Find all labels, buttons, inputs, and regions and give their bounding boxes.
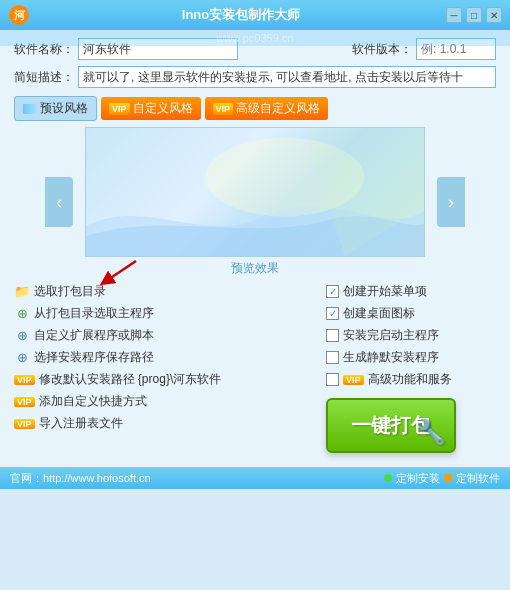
tab-custom-label: 自定义风格: [133, 100, 193, 117]
window-controls: ─ □ ✕: [446, 7, 502, 23]
style-tabs: 预设风格 VIP 自定义风格 VIP 高级自定义风格: [14, 96, 496, 121]
app-title: Inno安装包制作大师: [36, 6, 446, 24]
checkbox-launch-label: 安装完启动主程序: [343, 327, 439, 344]
svg-text:河: 河: [14, 9, 26, 21]
tab-preset-label: 预设风格: [40, 100, 88, 117]
vip-tag-2: VIP: [14, 397, 35, 407]
folder-icon: 📁: [14, 284, 30, 300]
tab-advanced-label: 高级自定义风格: [236, 100, 320, 117]
option-install-path[interactable]: VIP 修改默认安装路径 {prog}\河东软件: [14, 371, 316, 388]
add-icon: ⊕: [14, 306, 30, 322]
option-shortcut-label: 添加自定义快捷方式: [39, 393, 147, 410]
checkbox-start-menu-input[interactable]: [326, 285, 339, 298]
checkbox-advanced[interactable]: VIP 高级功能和服务: [326, 371, 496, 388]
software-desc-input[interactable]: [78, 66, 496, 88]
preview-prev-button[interactable]: ‹: [45, 177, 73, 227]
option-registry-label: 导入注册表文件: [39, 415, 123, 432]
vip-badge-custom: VIP: [109, 103, 130, 115]
software-version-input[interactable]: [416, 38, 496, 60]
dot-green-1: [384, 474, 392, 482]
footer-badges: 定制安装 定制软件: [384, 471, 500, 486]
option-custom-ext[interactable]: ⊕ 自定义扩展程序或脚本: [14, 327, 316, 344]
desc-label: 简短描述：: [14, 69, 74, 86]
checkbox-start-menu-label: 创建开始菜单项: [343, 283, 427, 300]
checkbox-launch-input[interactable]: [326, 329, 339, 342]
preview-wrapper: ‹ › 预览效果: [65, 127, 445, 277]
option-registry[interactable]: VIP 导入注册表文件: [14, 415, 316, 432]
vip-tag-3: VIP: [14, 419, 35, 429]
checkbox-silent[interactable]: 生成静默安装程序: [326, 349, 496, 366]
title-bar: 河 Inno安装包制作大师 ─ □ ✕: [0, 0, 510, 30]
tab-preset[interactable]: 预设风格: [14, 96, 97, 121]
option-select-main-label: 从打包目录选取主程序: [34, 305, 154, 322]
preset-icon: [23, 104, 37, 114]
build-button[interactable]: 一键打包 🔧: [326, 398, 456, 453]
option-install-path-label: 修改默认安装路径 {prog}\河东软件: [39, 371, 222, 388]
checkbox-advanced-label: 高级功能和服务: [368, 371, 452, 388]
options-left: 📁 选取打包目录 ⊕ 从打包目录选取主程序 ⊕ 自定义扩展程序或脚本 ⊕ 选择安…: [14, 283, 316, 453]
option-shortcut[interactable]: VIP 添加自定义快捷方式: [14, 393, 316, 410]
name-label: 软件名称：: [14, 41, 74, 58]
red-arrow: [96, 259, 156, 289]
dot-orange-1: [444, 474, 452, 482]
tab-custom[interactable]: VIP 自定义风格: [101, 97, 201, 120]
checkbox-silent-input[interactable]: [326, 351, 339, 364]
checkbox-advanced-input[interactable]: [326, 373, 339, 386]
option-save-path-label: 选择安装程序保存路径: [34, 349, 154, 366]
vip-tag-advanced: VIP: [343, 375, 364, 385]
close-button[interactable]: ✕: [486, 7, 502, 23]
preview-image: [85, 127, 425, 257]
checkbox-desktop-icon[interactable]: 创建桌面图标: [326, 305, 496, 322]
vip-tag-1: VIP: [14, 375, 35, 385]
save-icon: ⊕: [14, 350, 30, 366]
main-content: 软件名称： 软件版本： 简短描述： 预设风格 VIP 自定义风格 VIP 高级自…: [0, 30, 510, 467]
minimize-button[interactable]: ─: [446, 7, 462, 23]
preview-next-button[interactable]: ›: [437, 177, 465, 227]
maximize-button[interactable]: □: [466, 7, 482, 23]
software-name-input[interactable]: [78, 38, 238, 60]
option-save-path[interactable]: ⊕ 选择安装程序保存路径: [14, 349, 316, 366]
vip-badge-advanced: VIP: [213, 103, 234, 115]
version-label: 软件版本：: [352, 41, 412, 58]
checkbox-desktop-icon-input[interactable]: [326, 307, 339, 320]
option-select-dir[interactable]: 📁 选取打包目录: [14, 283, 316, 300]
checkbox-silent-label: 生成静默安装程序: [343, 349, 439, 366]
options-area: 📁 选取打包目录 ⊕ 从打包目录选取主程序 ⊕ 自定义扩展程序或脚本 ⊕ 选择安…: [14, 277, 496, 459]
tab-advanced[interactable]: VIP 高级自定义风格: [205, 97, 329, 120]
options-right: 创建开始菜单项 创建桌面图标 安装完启动主程序 生成静默安装程序 VIP 高级功…: [326, 283, 496, 453]
app-logo: 河: [8, 4, 30, 26]
form-name-row: 软件名称： 软件版本：: [14, 38, 496, 60]
build-button-icon: 🔧: [416, 418, 446, 446]
custom-icon: ⊕: [14, 328, 30, 344]
footer-url: 官网：http://www.hofosoft.cn: [10, 471, 384, 486]
checkbox-desktop-icon-label: 创建桌面图标: [343, 305, 415, 322]
option-custom-ext-label: 自定义扩展程序或脚本: [34, 327, 154, 344]
svg-line-4: [106, 261, 136, 281]
footer-badge-1: 定制安装: [396, 471, 440, 486]
footer-badge-2: 定制软件: [456, 471, 500, 486]
option-select-main[interactable]: ⊕ 从打包目录选取主程序: [14, 305, 316, 322]
checkbox-launch[interactable]: 安装完启动主程序: [326, 327, 496, 344]
checkbox-start-menu[interactable]: 创建开始菜单项: [326, 283, 496, 300]
footer: 官网：http://www.hofosoft.cn 定制安装 定制软件: [0, 467, 510, 489]
form-desc-row: 简短描述：: [14, 66, 496, 88]
